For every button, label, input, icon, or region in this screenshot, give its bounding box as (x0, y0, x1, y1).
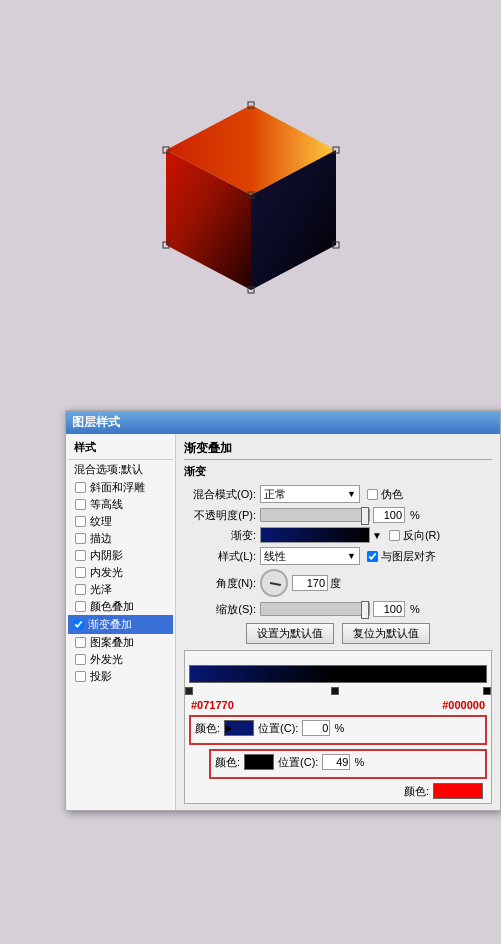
angle-row: 角度(N): 度 (184, 569, 492, 597)
outer-glow-checkbox[interactable] (75, 654, 86, 665)
stop1-pos-unit: % (334, 722, 344, 734)
stop1-pos-input[interactable] (302, 720, 330, 736)
stop-49[interactable] (331, 687, 339, 695)
gradient-bar[interactable] (260, 527, 370, 543)
buttons-row: 设置为默认值 复位为默认值 (184, 623, 492, 644)
angle-label: 角度(N): (184, 576, 256, 591)
scale-row: 缩放(S): % (184, 601, 492, 617)
drop-shadow-item[interactable]: 投影 (68, 668, 173, 685)
blend-mode-label: 混合模式(O): (184, 487, 256, 502)
stop1-swatch[interactable]: ▶ (224, 720, 254, 736)
dialog-titlebar: 图层样式 (66, 411, 500, 434)
hex-labels: #071770 #000000 (189, 699, 487, 711)
canvas-area (0, 0, 501, 410)
gradient-bar-editor[interactable] (189, 665, 487, 683)
angle-input[interactable] (292, 575, 328, 591)
layer-style-dialog: 图层样式 样式 混合选项:默认 斜面和浮雕 等高线 纹理 描边 (65, 410, 501, 811)
stop1-hex: #071770 (191, 699, 234, 711)
inner-shadow-item[interactable]: 内阴影 (68, 547, 173, 564)
scale-slider-container: % (260, 601, 420, 617)
contour-item[interactable]: 等高线 (68, 496, 173, 513)
angle-unit: 度 (330, 576, 341, 591)
opacity-input[interactable] (373, 507, 405, 523)
texture-item[interactable]: 纹理 (68, 513, 173, 530)
satin-item[interactable]: 光泽 (68, 581, 173, 598)
style-row: 样式(L): 线性 ▼ 与图层对齐 (184, 547, 492, 565)
stroke-item[interactable]: 描边 (68, 530, 173, 547)
style-dropdown-arrow: ▼ (347, 551, 356, 561)
gradient-dropdown-arrow[interactable]: ▼ (372, 530, 382, 541)
dialog-body: 样式 混合选项:默认 斜面和浮雕 等高线 纹理 描边 内阴影 (66, 434, 500, 810)
stop-0[interactable] (185, 687, 193, 695)
stop-49-handle[interactable] (331, 687, 339, 695)
outer-glow-item[interactable]: 外发光 (68, 651, 173, 668)
scale-input[interactable] (373, 601, 405, 617)
set-default-button[interactable]: 设置为默认值 (246, 623, 334, 644)
gradient-label: 渐变: (184, 528, 256, 543)
fake-color-checkbox[interactable] (367, 488, 378, 499)
scale-unit: % (410, 603, 420, 615)
inner-glow-item[interactable]: 内发光 (68, 564, 173, 581)
inner-shadow-checkbox[interactable] (75, 550, 86, 561)
drop-shadow-checkbox[interactable] (75, 671, 86, 682)
opacity-slider-container: % (260, 507, 420, 523)
stop-0-handle[interactable] (185, 687, 193, 695)
reverse-cb[interactable]: 反向(R) (388, 528, 440, 543)
gradient-overlay-item[interactable]: 渐变叠加 (68, 615, 173, 634)
stop1-row: 颜色: ▶ 位置(C): % (189, 715, 487, 745)
scale-slider[interactable] (260, 602, 370, 616)
styles-panel: 样式 混合选项:默认 斜面和浮雕 等高线 纹理 描边 内阴影 (66, 434, 176, 810)
scale-label: 缩放(S): (184, 602, 256, 617)
section-title: 渐变叠加 (184, 440, 492, 460)
stop2-pos-unit: % (354, 756, 364, 768)
stop1-swatch-arrow: ▶ (226, 724, 232, 733)
gradient-bar-editor-container (189, 655, 487, 699)
blend-mode-arrow: ▼ (347, 489, 356, 499)
pattern-overlay-checkbox[interactable] (75, 637, 86, 648)
stroke-checkbox[interactable] (75, 533, 86, 544)
gradient-editor: #071770 #000000 颜色: ▶ 位置(C): % (184, 650, 492, 804)
bevel-item[interactable]: 斜面和浮雕 (68, 479, 173, 496)
reverse-checkbox[interactable] (389, 529, 400, 540)
opacity-slider-thumb[interactable] (361, 507, 369, 525)
scale-slider-thumb[interactable] (361, 601, 369, 619)
gradient-row: 渐变: ▼ 反向(R) (184, 527, 492, 543)
opacity-slider[interactable] (260, 508, 370, 522)
angle-line (269, 582, 280, 586)
stop-100-handle[interactable] (483, 687, 491, 695)
blend-mode-row: 混合模式(O): 正常 ▼ 伪色 (184, 485, 492, 503)
stop1-pos-label: 位置(C): (258, 721, 298, 736)
fake-color-cb[interactable]: 伪色 (366, 487, 403, 502)
bevel-checkbox[interactable] (75, 482, 86, 493)
satin-checkbox[interactable] (75, 584, 86, 595)
pattern-overlay-item[interactable]: 图案叠加 (68, 634, 173, 651)
stop2-swatch[interactable]: ▶ (244, 754, 274, 770)
contour-checkbox[interactable] (75, 499, 86, 510)
settings-panel: 渐变叠加 渐变 混合模式(O): 正常 ▼ 伪色 不透明度(P): (176, 434, 500, 810)
angle-dial[interactable] (260, 569, 288, 597)
stop2-hex: #000000 (442, 699, 485, 711)
stop2-row: 颜色: ▶ 位置(C): % (209, 749, 487, 779)
inner-glow-checkbox[interactable] (75, 567, 86, 578)
color-overlay-item[interactable]: 颜色叠加 (68, 598, 173, 615)
blend-mode-dropdown[interactable]: 正常 ▼ (260, 485, 360, 503)
stop2-swatch-arrow: ▶ (246, 758, 252, 767)
reset-default-button[interactable]: 复位为默认值 (342, 623, 430, 644)
logo-svg (151, 95, 351, 315)
blend-options-item[interactable]: 混合选项:默认 (68, 460, 173, 479)
align-checkbox[interactable] (367, 550, 378, 561)
stop2-color-row: 颜色: ▶ 位置(C): % (215, 754, 481, 770)
opacity-unit: % (410, 509, 420, 521)
stop2-pos-label: 位置(C): (278, 755, 318, 770)
stop3-row-partial: 颜色: (189, 783, 487, 799)
stop1-color-row: 颜色: ▶ 位置(C): % (195, 720, 481, 736)
style-dropdown[interactable]: 线性 ▼ (260, 547, 360, 565)
texture-checkbox[interactable] (75, 516, 86, 527)
stop2-pos-input[interactable] (322, 754, 350, 770)
gradient-overlay-checkbox[interactable] (73, 619, 84, 630)
stop-100[interactable] (483, 687, 491, 695)
stop3-red-swatch[interactable] (433, 783, 483, 799)
opacity-row: 不透明度(P): % (184, 507, 492, 523)
color-overlay-checkbox[interactable] (75, 601, 86, 612)
align-cb[interactable]: 与图层对齐 (366, 549, 436, 564)
